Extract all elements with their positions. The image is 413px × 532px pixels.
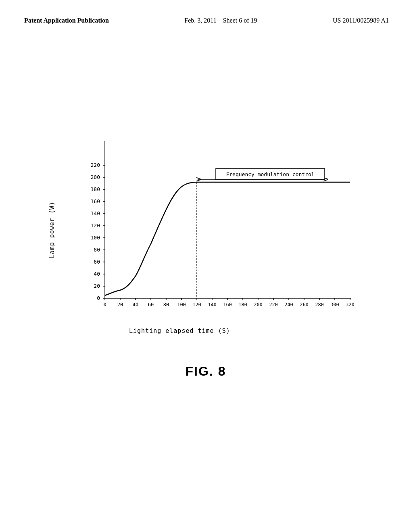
svg-text:20: 20	[117, 302, 123, 308]
svg-text:80: 80	[163, 302, 169, 308]
svg-text:0: 0	[97, 295, 100, 301]
chart-svg: 0 20 40 60 80 100 120 140 160 180 200	[81, 137, 355, 322]
page-header: Patent Application Publication Feb. 3, 2…	[0, 0, 413, 25]
publication-date: Feb. 3, 2011 Sheet 6 of 19	[184, 16, 257, 25]
svg-text:260: 260	[300, 302, 309, 308]
svg-text:100: 100	[177, 302, 186, 308]
svg-text:280: 280	[315, 302, 324, 308]
svg-text:200: 200	[91, 174, 100, 180]
figure-label: FIG. 8	[186, 364, 226, 379]
svg-text:220: 220	[269, 302, 278, 308]
publication-title: Patent Application Publication	[24, 16, 109, 25]
svg-text:140: 140	[91, 210, 100, 216]
svg-text:20: 20	[94, 283, 100, 289]
svg-text:60: 60	[94, 259, 100, 265]
svg-text:300: 300	[330, 302, 339, 308]
sheet-text: Sheet 6 of 19	[223, 17, 257, 24]
x-axis-label: Lighting elapsed time (S)	[129, 327, 230, 335]
date-text: Feb. 3, 2011	[184, 17, 216, 24]
svg-text:180: 180	[91, 186, 100, 192]
svg-text:Frequency modulation control: Frequency modulation control	[226, 171, 314, 177]
svg-text:0: 0	[103, 302, 106, 308]
patent-number: US 2011/0025989 A1	[333, 16, 389, 25]
svg-text:40: 40	[133, 302, 138, 308]
svg-text:120: 120	[192, 302, 201, 308]
svg-text:160: 160	[223, 302, 232, 308]
svg-text:180: 180	[238, 302, 247, 308]
svg-text:80: 80	[94, 247, 100, 253]
svg-text:40: 40	[94, 271, 100, 277]
svg-text:200: 200	[254, 302, 263, 308]
svg-text:220: 220	[91, 162, 100, 168]
svg-text:240: 240	[284, 302, 293, 308]
svg-text:160: 160	[91, 198, 100, 204]
svg-text:120: 120	[91, 222, 100, 229]
chart-container: Lamp power (W) 0 20 40 60 80 100 120 140	[48, 137, 363, 347]
svg-text:320: 320	[346, 302, 355, 308]
svg-text:60: 60	[148, 302, 154, 308]
svg-text:100: 100	[91, 235, 100, 241]
svg-text:140: 140	[208, 302, 217, 308]
y-axis-label: Lamp power (W)	[48, 202, 56, 258]
